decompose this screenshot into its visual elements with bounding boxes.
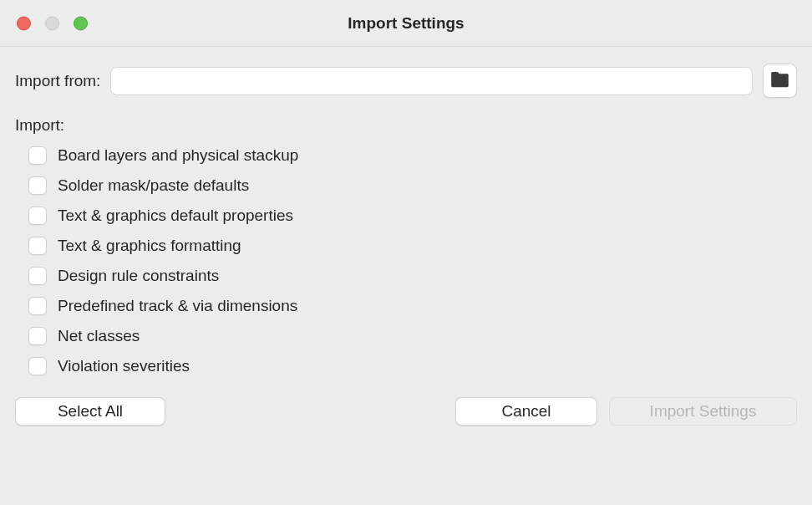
option-board-layers: Board layers and physical stackup [28, 146, 797, 165]
import-from-row: Import from: [15, 64, 797, 98]
cancel-button[interactable]: Cancel [455, 397, 597, 426]
option-net-classes-label[interactable]: Net classes [58, 327, 140, 345]
window-title: Import Settings [0, 14, 812, 33]
zoom-window-button[interactable] [74, 16, 88, 30]
option-board-layers-checkbox[interactable] [28, 146, 47, 165]
import-from-label: Import from: [15, 72, 100, 90]
dialog-content: Import from: Import: Board layers and ph… [0, 47, 812, 441]
option-text-graphics-defaults-checkbox[interactable] [28, 207, 47, 225]
option-design-rule-label[interactable]: Design rule constraints [58, 267, 219, 285]
option-text-graphics-defaults-label[interactable]: Text & graphics default properties [58, 207, 293, 225]
import-label: Import: [15, 116, 797, 135]
option-violation-severities-checkbox[interactable] [28, 357, 47, 375]
option-solder-mask-label[interactable]: Solder mask/paste defaults [58, 176, 249, 195]
select-all-button[interactable]: Select All [15, 397, 165, 426]
option-text-graphics-formatting-label[interactable]: Text & graphics formatting [58, 237, 241, 255]
titlebar: Import Settings [0, 0, 812, 47]
option-solder-mask-checkbox[interactable] [28, 176, 47, 195]
folder-icon [769, 71, 790, 91]
traffic-lights [17, 16, 88, 30]
option-track-via-checkbox[interactable] [28, 297, 47, 315]
import-settings-button: Import Settings [609, 397, 797, 426]
option-solder-mask: Solder mask/paste defaults [28, 176, 797, 195]
options-list: Board layers and physical stackup Solder… [15, 146, 797, 375]
option-track-via-label[interactable]: Predefined track & via dimensions [58, 297, 297, 315]
option-design-rule: Design rule constraints [28, 267, 797, 285]
close-window-button[interactable] [17, 16, 31, 30]
import-path-input[interactable] [110, 67, 753, 95]
option-net-classes: Net classes [28, 327, 797, 345]
option-violation-severities-label[interactable]: Violation severities [58, 357, 190, 375]
browse-button[interactable] [763, 64, 797, 98]
option-text-graphics-formatting-checkbox[interactable] [28, 237, 47, 255]
option-board-layers-label[interactable]: Board layers and physical stackup [58, 146, 298, 165]
option-design-rule-checkbox[interactable] [28, 267, 47, 285]
option-text-graphics-defaults: Text & graphics default properties [28, 207, 797, 225]
option-violation-severities: Violation severities [28, 357, 797, 375]
dialog-footer: Select All Cancel Import Settings [15, 397, 797, 426]
option-text-graphics-formatting: Text & graphics formatting [28, 237, 797, 255]
minimize-window-button [45, 16, 59, 30]
option-net-classes-checkbox[interactable] [28, 327, 47, 345]
option-track-via: Predefined track & via dimensions [28, 297, 797, 315]
